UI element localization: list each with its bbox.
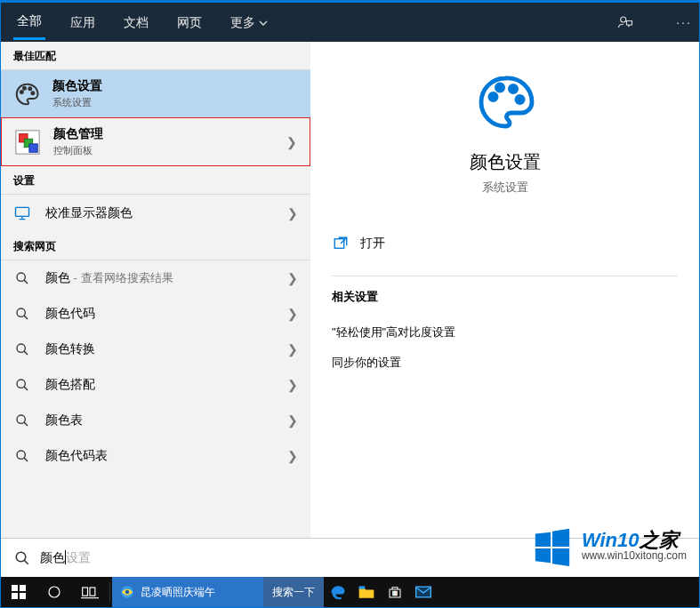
more-options-icon[interactable]: ···: [669, 15, 699, 29]
search-icon: [12, 303, 33, 324]
web-result-label: 颜色 - 查看网络搜索结果: [45, 270, 173, 286]
chevron-right-icon: ❯: [287, 206, 298, 220]
chevron-right-icon: ❯: [287, 342, 298, 356]
taskbar-search-button[interactable]: 搜索一下: [263, 577, 324, 607]
taskbar-item-label: 昆凌晒照庆端午: [141, 585, 215, 600]
search-icon: [13, 550, 31, 566]
chevron-right-icon: ❯: [287, 449, 298, 463]
watermark-brand1: Win10: [582, 529, 640, 551]
svg-point-19: [516, 96, 522, 102]
chevron-right-icon: ❯: [287, 271, 298, 285]
svg-rect-34: [393, 594, 395, 596]
svg-rect-36: [416, 587, 431, 597]
svg-rect-24: [12, 593, 18, 599]
chevron-down-icon: [259, 19, 268, 28]
web-result-label: 颜色转换: [45, 341, 95, 357]
svg-point-0: [621, 17, 626, 22]
result-calibrate-display[interactable]: 校准显示器颜色 ❯: [1, 195, 310, 232]
svg-point-11: [17, 308, 25, 316]
svg-rect-28: [90, 588, 95, 596]
svg-rect-33: [395, 591, 397, 593]
svg-point-1: [20, 91, 23, 93]
svg-point-4: [31, 92, 34, 94]
result-label: 校准显示器颜色: [45, 205, 133, 221]
watermark-brand2: 之家: [640, 529, 679, 551]
svg-point-15: [17, 451, 25, 459]
tab-more[interactable]: 更多: [227, 6, 271, 39]
svg-rect-20: [334, 239, 344, 249]
svg-rect-27: [83, 588, 88, 596]
tab-all[interactable]: 全部: [13, 4, 45, 40]
chevron-right-icon: ❯: [287, 307, 298, 321]
web-result-2[interactable]: 颜色转换 ❯: [1, 332, 310, 367]
tab-doc[interactable]: 文档: [120, 6, 152, 39]
tab-web[interactable]: 网页: [173, 6, 205, 39]
svg-rect-8: [29, 143, 37, 151]
palette-icon: [470, 67, 541, 138]
web-result-label: 颜色代码表: [45, 448, 108, 464]
svg-rect-31: [359, 586, 366, 588]
svg-rect-23: [20, 585, 26, 591]
edge-icon[interactable]: [324, 577, 352, 607]
watermark: Win10之家 www.win10xitong.com: [532, 525, 687, 566]
search-icon: [12, 374, 33, 396]
result-color-settings[interactable]: 颜色设置 系统设置: [1, 70, 310, 117]
palette-icon: [12, 79, 42, 109]
svg-point-12: [17, 344, 25, 352]
web-result-label: 颜色表: [45, 412, 83, 428]
svg-point-2: [23, 86, 26, 89]
search-icon: [12, 445, 33, 467]
web-result-4[interactable]: 颜色表 ❯: [1, 403, 310, 438]
mail-icon[interactable]: [409, 577, 438, 607]
svg-rect-9: [16, 207, 29, 216]
web-result-3[interactable]: 颜色搭配 ❯: [1, 367, 310, 403]
ie-icon: [119, 584, 135, 600]
results-pane: 最佳匹配 颜色设置 系统设置: [1, 42, 310, 538]
feedback-icon[interactable]: [617, 14, 648, 30]
related-item-sync[interactable]: 同步你的设置: [332, 348, 678, 378]
svg-rect-22: [12, 585, 18, 591]
chevron-right-icon: ❯: [287, 413, 298, 428]
web-result-1[interactable]: 颜色代码 ❯: [1, 296, 310, 332]
web-result-0[interactable]: 颜色 - 查看网络搜索结果 ❯: [1, 260, 310, 296]
search-typed-text: 颜色: [40, 550, 65, 564]
taskbar-item-ie[interactable]: 昆凌晒照庆端午: [112, 577, 263, 607]
tab-more-label: 更多: [230, 15, 255, 31]
chevron-right-icon: ❯: [287, 378, 298, 392]
taskbar: 昆凌晒照庆端午 搜索一下: [1, 577, 699, 607]
watermark-url: www.win10xitong.com: [582, 550, 687, 561]
svg-point-18: [510, 85, 516, 92]
monitor-icon: [12, 203, 33, 224]
svg-point-30: [125, 590, 130, 595]
task-view-button[interactable]: [72, 577, 108, 607]
cortana-button[interactable]: [36, 577, 72, 607]
file-explorer-icon[interactable]: [352, 577, 381, 607]
web-result-label: 颜色代码: [45, 306, 95, 322]
svg-point-26: [49, 587, 60, 597]
svg-rect-32: [393, 591, 395, 593]
store-icon[interactable]: [381, 577, 409, 607]
svg-point-10: [17, 273, 25, 281]
web-result-5[interactable]: 颜色代码表 ❯: [1, 438, 310, 474]
related-settings-title: 相关设置: [332, 289, 678, 305]
open-icon: [332, 235, 350, 252]
related-item-contrast[interactable]: "轻松使用"高对比度设置: [332, 317, 678, 348]
svg-point-17: [496, 84, 503, 91]
chevron-right-icon: ❯: [286, 135, 297, 149]
result-subtitle: 系统设置: [52, 96, 102, 109]
open-button[interactable]: 打开: [332, 228, 678, 260]
preview-pane: 颜色设置 系统设置 打开 相关设置 "轻松使用"高对比度设置 同步你的设置: [310, 42, 699, 538]
svg-rect-35: [395, 594, 397, 596]
tab-app[interactable]: 应用: [67, 6, 99, 39]
result-title: 颜色设置: [52, 78, 102, 94]
svg-point-14: [17, 415, 25, 423]
result-color-management[interactable]: 颜色管理 控制面板 ❯: [1, 117, 310, 166]
color-management-icon: [12, 127, 43, 157]
windows-logo-icon: [532, 525, 573, 566]
section-search-web: 搜索网页: [1, 232, 310, 260]
section-best-match: 最佳匹配: [1, 42, 310, 69]
result-subtitle: 控制面板: [53, 144, 103, 157]
section-settings: 设置: [1, 166, 310, 194]
start-button[interactable]: [1, 577, 36, 607]
web-result-label: 颜色搭配: [45, 377, 95, 393]
